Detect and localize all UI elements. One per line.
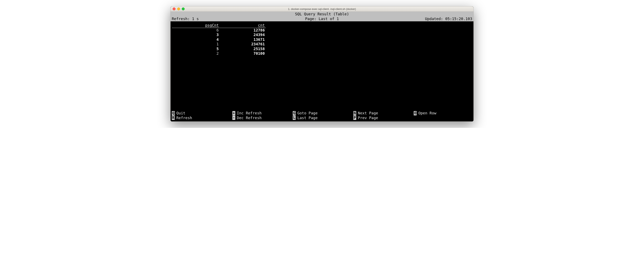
cell-psgcnt: 5 (172, 47, 220, 51)
column-header-cnt: cnt (220, 23, 266, 28)
command-inc-refresh[interactable]: +Inc Refresh (232, 111, 291, 116)
updated-status: Updated: 05:15:20.103 (425, 16, 472, 21)
command-label: Prev Page (358, 116, 378, 120)
window-title: 1. docker-compose exec sql-client ./sql-… (170, 7, 474, 10)
command-label: Last Page (297, 116, 318, 120)
cell-cnt: 25158 (220, 47, 266, 51)
command-label: Dec Refresh (237, 116, 262, 120)
command-bar: QQuit+Inc RefreshGGoto PageNNext PageOOp… (172, 111, 472, 120)
keycap: P (353, 116, 356, 120)
terminal-window: 1. docker-compose exec sql-client ./sql-… (170, 6, 474, 122)
result-table: psgCnt cnt 61278632439441367112347615251… (172, 23, 266, 56)
command-label: Quit (176, 111, 185, 116)
command-label: Next Page (358, 111, 378, 116)
result-title: SQL Query Result (Table) (172, 11, 472, 16)
table-row[interactable]: 270100 (172, 51, 266, 56)
table-row[interactable]: 413671 (172, 37, 266, 42)
terminal-body: SQL Query Result (Table) Refresh: 1 s Pa… (170, 11, 474, 121)
command-prev-page[interactable]: PPrev Page (353, 116, 412, 120)
result-header: SQL Query Result (Table) Refresh: 1 s Pa… (170, 11, 474, 21)
cell-psgcnt: 3 (172, 32, 220, 37)
keycap: G (293, 111, 296, 115)
minimize-icon[interactable] (177, 7, 180, 10)
command-label: Refresh (176, 116, 192, 120)
command-empty (414, 116, 472, 120)
keycap: L (293, 116, 296, 120)
command-open-row[interactable]: OOpen Row (414, 111, 472, 116)
cell-cnt: 234761 (220, 42, 266, 47)
zoom-icon[interactable] (182, 7, 185, 10)
cell-psgcnt: 4 (172, 37, 220, 42)
table-row[interactable]: 1234761 (172, 42, 266, 47)
command-dec-refresh[interactable]: -Dec Refresh (232, 116, 291, 120)
cell-psgcnt: 2 (172, 51, 220, 56)
window-titlebar[interactable]: 1. docker-compose exec sql-client ./sql-… (170, 6, 474, 11)
result-table-area: psgCnt cnt 61278632439441367112347615251… (170, 21, 474, 56)
window-controls (172, 7, 185, 10)
cell-cnt: 70100 (220, 51, 266, 56)
cell-cnt: 13671 (220, 37, 266, 42)
table-row[interactable]: 324394 (172, 32, 266, 37)
keycap: O (414, 111, 416, 115)
command-quit[interactable]: QQuit (172, 111, 230, 116)
keycap: - (232, 116, 235, 120)
close-icon[interactable] (172, 7, 176, 10)
command-next-page[interactable]: NNext Page (353, 111, 412, 116)
keycap: R (172, 116, 175, 120)
command-label: Goto Page (297, 111, 318, 116)
table-row[interactable]: 525158 (172, 47, 266, 51)
keycap: N (353, 111, 356, 115)
refresh-status: Refresh: 1 s (172, 16, 199, 21)
command-goto-page[interactable]: GGoto Page (293, 111, 351, 116)
cell-psgcnt: 6 (172, 28, 220, 32)
cell-cnt: 12786 (220, 28, 266, 32)
keycap: + (232, 111, 235, 115)
command-label: Open Row (418, 111, 436, 116)
table-row[interactable]: 612786 (172, 28, 266, 32)
command-last-page[interactable]: LLast Page (293, 116, 351, 120)
keycap: Q (172, 111, 175, 115)
cell-cnt: 24394 (220, 32, 266, 37)
cell-psgcnt: 1 (172, 42, 220, 47)
command-refresh[interactable]: RRefresh (172, 116, 230, 120)
command-label: Inc Refresh (237, 111, 262, 116)
column-header-psgcnt: psgCnt (172, 23, 220, 28)
